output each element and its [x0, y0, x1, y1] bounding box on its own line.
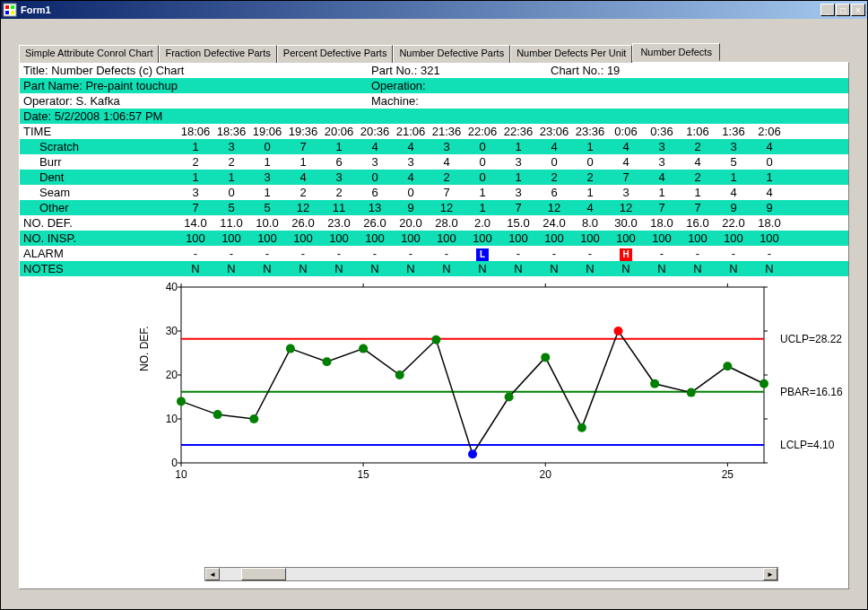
cell: 26.0 [285, 216, 321, 230]
cell: 3 [178, 186, 213, 199]
cell: 22:06 [464, 125, 500, 138]
cell: 100 [536, 231, 572, 245]
horizontal-scrollbar[interactable]: ◄ ► [204, 567, 778, 581]
cell: 0 [751, 155, 787, 169]
cell: 3 [357, 155, 393, 169]
cell: 100 [644, 231, 680, 245]
svg-rect-5 [181, 287, 764, 463]
cell: 2:06 [751, 125, 787, 138]
operator-label: Operator: [23, 94, 73, 108]
cell: 1 [572, 186, 608, 199]
cell: 4 [680, 155, 716, 169]
svg-point-35 [468, 449, 477, 458]
partno-value: 321 [421, 64, 440, 77]
cell: 2 [429, 170, 464, 184]
titlebar[interactable]: Form1 _ □ × [1, 1, 867, 19]
data-row: Scratch13071443014143234 [20, 139, 848, 154]
cell: 11 [321, 201, 357, 214]
cell: 1 [178, 170, 213, 184]
data-row: Other75512111391217124127799 [20, 200, 848, 215]
cell: N [178, 262, 213, 275]
cell: 3 [644, 155, 680, 169]
cell: 5 [249, 201, 285, 214]
row-label: Dent [23, 170, 178, 184]
close-button[interactable]: × [851, 4, 865, 16]
data-row: Burr22116334030043450 [20, 154, 848, 170]
minimize-button[interactable]: _ [820, 4, 835, 16]
cell: - [716, 247, 751, 261]
cell: N [751, 262, 787, 275]
svg-rect-1 [5, 5, 9, 9]
cell: 1 [464, 201, 500, 214]
cell: 4 [751, 186, 787, 199]
svg-point-43 [760, 379, 768, 388]
scroll-thumb[interactable] [241, 568, 286, 580]
cell: 2.0 [464, 216, 500, 230]
cell: 9 [751, 201, 787, 214]
tab-number-defects-per-unit[interactable]: Number Defects Per Unit [510, 45, 632, 63]
cell: 20:36 [357, 125, 393, 138]
cell: - [321, 247, 357, 261]
x-tick-label: 10 [168, 468, 195, 481]
row-label: Burr [23, 155, 178, 169]
operation-label: Operation: [371, 79, 426, 92]
cell: N [249, 262, 285, 275]
cell: 4 [751, 140, 787, 153]
svg-rect-4 [11, 11, 14, 14]
cell: 3 [716, 140, 751, 153]
cell: 12 [536, 201, 572, 214]
data-grid: TIME18:0618:3619:0619:3620:0620:3621:062… [20, 124, 848, 276]
tab-percent-defective-parts[interactable]: Percent Defective Parts [277, 45, 394, 63]
cell: 0 [464, 140, 500, 153]
cell: 1 [716, 170, 751, 184]
cell: 7 [429, 186, 464, 199]
cell: 3 [644, 140, 680, 153]
cell: 100 [751, 231, 787, 245]
tab-number-defects[interactable]: Number Defects [632, 43, 719, 61]
cell: 12 [285, 201, 321, 214]
tab-panel: Title: Number Defects (c) Chart Part No.… [19, 62, 849, 589]
cell: 20:06 [321, 125, 357, 138]
x-tick-label: 15 [350, 468, 377, 481]
tab-simple-attribute-conrol-chart[interactable]: Simple Attribute Conrol Chart [19, 45, 159, 63]
meta-operator-row: Operator: S. Kafka Machine: [20, 93, 848, 109]
cell: 4 [716, 186, 751, 199]
cell: 0 [464, 155, 500, 169]
operator-value: S. Kafka [76, 94, 120, 108]
maximize-button[interactable]: □ [836, 4, 850, 16]
cell: 1 [285, 155, 321, 169]
cell: - [572, 247, 608, 261]
cell: 13 [357, 201, 393, 214]
cell: 7 [644, 201, 680, 214]
cell: N [500, 262, 536, 275]
cell: 4 [536, 140, 572, 153]
scroll-left-button[interactable]: ◄ [205, 568, 220, 580]
cell: 28.0 [429, 216, 464, 230]
cell: 18:36 [213, 125, 249, 138]
scroll-right-button[interactable]: ► [763, 568, 777, 580]
cell: N [716, 262, 751, 275]
tab-fraction-defective-parts[interactable]: Fraction Defective Parts [159, 45, 276, 63]
cell: 1 [644, 186, 680, 199]
cell: 4 [572, 201, 608, 214]
cell: 1 [500, 170, 536, 184]
tab-number-defective-parts[interactable]: Number Defective Parts [393, 45, 510, 63]
maximize-icon: □ [840, 5, 846, 15]
scroll-track[interactable] [220, 568, 763, 580]
meta-partname-row: Part Name: Pre-paint touchup Operation: [20, 78, 848, 93]
limit-label-uclp: UCLP=28.22 [780, 333, 842, 345]
cell: 2 [178, 155, 213, 169]
cell: 20.0 [393, 216, 429, 230]
svg-point-33 [395, 370, 404, 379]
svg-point-34 [431, 336, 440, 344]
row-label: Other [23, 201, 178, 214]
cell: 100 [249, 231, 285, 245]
svg-rect-3 [5, 11, 9, 14]
svg-rect-2 [11, 5, 14, 9]
cell: 1 [321, 140, 357, 153]
svg-point-37 [541, 353, 550, 362]
cell: - [249, 247, 285, 261]
cell: 23:36 [572, 125, 608, 138]
cell: 100 [464, 231, 500, 245]
cell: 5 [716, 155, 751, 169]
